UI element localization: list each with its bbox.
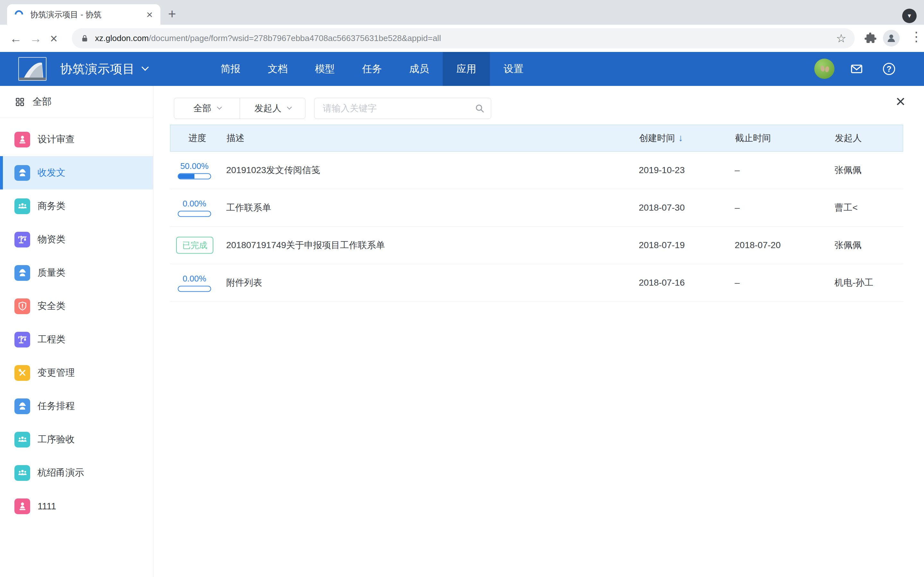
sidebar-item-quality[interactable]: 质量类 bbox=[0, 256, 153, 290]
tools-icon bbox=[15, 365, 30, 381]
content-panel: × 全部 发起人 进度 描述 创建时间↓ bbox=[153, 86, 924, 577]
project-switcher[interactable]: 协筑演示项目 bbox=[60, 52, 147, 86]
sidebar-item-engineering[interactable]: 工程类 bbox=[0, 323, 153, 356]
people-icon bbox=[15, 432, 30, 448]
col-description: 描述 bbox=[226, 132, 244, 144]
col-created[interactable]: 创建时间↓ bbox=[639, 132, 683, 144]
stop-loading-icon[interactable]: × bbox=[50, 32, 57, 45]
url-text: xz.glodon.com/document/page/form?wsid=27… bbox=[95, 33, 832, 43]
initiator-filter-dropdown[interactable]: 发起人 bbox=[240, 98, 305, 119]
search-input[interactable] bbox=[314, 98, 491, 119]
category-filter-dropdown[interactable]: 全部 bbox=[174, 98, 240, 119]
address-bar[interactable]: xz.glodon.com/document/page/form?wsid=27… bbox=[72, 28, 855, 48]
tab-title: 协筑演示项目 - 协筑 bbox=[30, 9, 142, 20]
help-icon[interactable]: ? bbox=[883, 63, 895, 75]
browser-tab[interactable]: 协筑演示项目 - 协筑 × bbox=[7, 4, 160, 25]
deadline-cell: – bbox=[735, 277, 740, 288]
person-icon bbox=[885, 32, 897, 44]
description-cell[interactable]: 附件列表 bbox=[226, 277, 262, 289]
sidebar-item-materials[interactable]: 物资类 bbox=[0, 223, 153, 256]
col-deadline: 截止时间 bbox=[735, 132, 771, 144]
description-cell[interactable]: 20191023发文传阅信笺 bbox=[226, 164, 320, 176]
nav-item-apps[interactable]: 应用 bbox=[443, 52, 490, 86]
sidebar-item-design-review[interactable]: 设计审查 bbox=[0, 123, 153, 156]
initiator-cell: 曹工< bbox=[835, 201, 858, 214]
helmet-person-icon bbox=[15, 398, 30, 414]
forward-icon[interactable]: → bbox=[29, 32, 42, 45]
browser-profile-icon[interactable] bbox=[883, 30, 900, 47]
project-name: 协筑演示项目 bbox=[60, 61, 135, 77]
browser-tab-strip: 协筑演示项目 - 协筑 × + ▼ bbox=[0, 0, 924, 25]
back-icon[interactable]: ← bbox=[10, 32, 22, 45]
sidebar-item-business[interactable]: 商务类 bbox=[0, 189, 153, 223]
nav-item-settings[interactable]: 设置 bbox=[490, 52, 537, 86]
search-box bbox=[314, 98, 491, 119]
workspace: 全部 设计审查 收发文 商务类 物资类 质量类 安全类 bbox=[0, 86, 924, 577]
close-icon[interactable]: × bbox=[896, 93, 905, 110]
table-row[interactable]: 50.00% 20191023发文传阅信笺 2019-10-23 – 张佩佩 bbox=[170, 152, 903, 189]
description-cell[interactable]: 工作联系单 bbox=[226, 201, 271, 214]
nav-item-briefing[interactable]: 简报 bbox=[207, 52, 254, 86]
status-badge: 已完成 bbox=[176, 237, 213, 254]
table-row[interactable]: 0.00% 工作联系单 2018-07-30 – 曹工< bbox=[170, 189, 903, 227]
mail-icon[interactable] bbox=[850, 63, 863, 75]
sort-desc-icon[interactable]: ↓ bbox=[678, 132, 683, 143]
initiator-cell: 张佩佩 bbox=[835, 164, 861, 176]
table-row[interactable]: 0.00% 附件列表 2018-07-16 – 机电-孙工 bbox=[170, 264, 903, 301]
project-logo[interactable] bbox=[18, 57, 47, 81]
crane-icon bbox=[15, 332, 30, 348]
tab-loading-spinner-icon bbox=[13, 9, 25, 21]
documents-table: 进度 描述 创建时间↓ 截止时间 发起人 50.00% 20191023发文传阅… bbox=[170, 125, 903, 301]
sidebar-item-safety[interactable]: 安全类 bbox=[0, 290, 153, 323]
progress-bar bbox=[178, 286, 211, 292]
people-icon bbox=[15, 198, 30, 214]
nav-item-members[interactable]: 成员 bbox=[396, 52, 443, 86]
browser-toolbar: ← → × xz.glodon.com/document/page/form?w… bbox=[0, 25, 924, 52]
sidebar-all-label: 全部 bbox=[32, 95, 52, 108]
chevron-down-icon bbox=[142, 63, 149, 71]
created-cell: 2018-07-16 bbox=[639, 277, 685, 288]
created-cell: 2019-10-23 bbox=[639, 165, 685, 175]
crane-icon bbox=[15, 232, 30, 247]
new-tab-button[interactable]: + bbox=[168, 7, 176, 21]
description-cell[interactable]: 201807191749关于申报项目工作联系单 bbox=[226, 239, 385, 251]
bookmark-star-icon[interactable]: ☆ bbox=[836, 32, 846, 45]
main-nav: 简报 文档 模型 任务 成员 应用 设置 bbox=[207, 52, 537, 86]
user-avatar[interactable] bbox=[814, 59, 835, 79]
url-path: /document/page/form?wsid=278b7967ebba470… bbox=[149, 33, 441, 43]
col-initiator: 发起人 bbox=[835, 132, 862, 144]
extensions-puzzle-icon[interactable] bbox=[864, 32, 877, 45]
progress-bar bbox=[178, 211, 211, 217]
deadline-cell: 2018-07-20 bbox=[735, 240, 780, 250]
nav-item-models[interactable]: 模型 bbox=[301, 52, 349, 86]
col-progress: 进度 bbox=[188, 132, 206, 144]
initiator-cell: 张佩佩 bbox=[835, 239, 861, 251]
url-domain: xz.glodon.com bbox=[95, 33, 149, 43]
tab-close-icon[interactable]: × bbox=[146, 9, 153, 20]
sidebar-item-all[interactable]: 全部 bbox=[0, 86, 153, 118]
stamp-person-icon bbox=[15, 498, 30, 514]
sidebar-item-change-management[interactable]: 变更管理 bbox=[0, 356, 153, 390]
tab-overflow-button[interactable]: ▼ bbox=[902, 9, 917, 23]
shield-icon bbox=[15, 298, 30, 314]
nav-item-tasks[interactable]: 任务 bbox=[349, 52, 396, 86]
grid-icon bbox=[15, 97, 25, 107]
progress-cell: 0.00% bbox=[178, 199, 211, 217]
table-row[interactable]: 已完成 201807191749关于申报项目工作联系单 2018-07-19 2… bbox=[170, 227, 903, 264]
stamp-person-icon bbox=[15, 132, 30, 147]
nav-item-documents[interactable]: 文档 bbox=[254, 52, 301, 86]
sidebar-item-1111[interactable]: 1111 bbox=[0, 490, 153, 523]
sidebar-list: 设计审查 收发文 商务类 物资类 质量类 安全类 工程类 变更管 bbox=[0, 123, 153, 523]
chevron-down-icon bbox=[217, 105, 222, 110]
deadline-cell: – bbox=[735, 165, 740, 175]
sidebar-item-hangshaoyong-demo[interactable]: 杭绍甬演示 bbox=[0, 456, 153, 490]
sidebar-item-process-acceptance[interactable]: 工序验收 bbox=[0, 423, 153, 456]
created-cell: 2018-07-19 bbox=[639, 240, 685, 250]
people-icon bbox=[15, 465, 30, 481]
chevron-down-icon bbox=[287, 105, 292, 110]
sidebar-item-correspondence[interactable]: 收发文 bbox=[0, 156, 153, 189]
browser-menu-icon[interactable]: ⋮ bbox=[910, 29, 923, 44]
search-icon[interactable] bbox=[475, 103, 485, 113]
progress-bar bbox=[178, 173, 211, 179]
sidebar-item-task-scheduling[interactable]: 任务排程 bbox=[0, 390, 153, 423]
